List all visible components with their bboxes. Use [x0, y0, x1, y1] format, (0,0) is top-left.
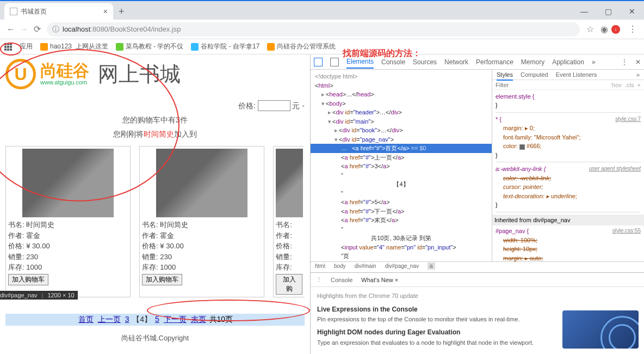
- extension-icon[interactable]: ↓: [611, 25, 626, 34]
- add-cart-button[interactable]: 加入购: [276, 274, 302, 295]
- tab-sources[interactable]: Sources: [413, 58, 437, 66]
- menu-icon[interactable]: ⋮: [626, 24, 640, 34]
- page-footer: 尚硅谷书城.Copyright: [5, 333, 305, 343]
- styles-tab[interactable]: Styles: [497, 71, 513, 81]
- logo-url: www.atguigu.com: [40, 79, 89, 86]
- css-rules[interactable]: element.style { } style.css:7* { margin:…: [492, 90, 644, 261]
- tab-title: 书城首页: [21, 7, 47, 16]
- bookmark-2[interactable]: 菜鸟教程 - 学的不仅: [116, 42, 184, 51]
- window-titlebar: 书城首页 × + — ▢ ✕: [0, 0, 644, 20]
- console-drawer: ⋮ Console What's New × Highlights from t…: [311, 272, 644, 354]
- star-icon[interactable]: ☆: [583, 24, 597, 34]
- drawer-headline: Highlights from the Chrome 70 update: [317, 291, 637, 301]
- book-card: 书名: 时间简史 作者: 霍金 价格: ¥ 30.00 销量: 230 库存: …: [5, 146, 131, 297]
- minimize-button[interactable]: —: [572, 3, 596, 20]
- reload-button[interactable]: ⟳: [30, 24, 44, 34]
- logo-icon: U: [5, 59, 36, 89]
- nav-p3[interactable]: 3: [125, 315, 129, 324]
- back-button[interactable]: ←: [4, 25, 17, 34]
- logo-name: 尚硅谷: [40, 63, 89, 79]
- tab-network[interactable]: Network: [444, 58, 468, 66]
- add-cart-button[interactable]: 加入购物车: [8, 274, 48, 285]
- site-header: U 尚硅谷 www.atguigu.com 网上书城: [5, 59, 305, 89]
- site-title: 网上书城: [98, 60, 181, 88]
- nav-total: 共10页: [209, 315, 233, 324]
- book-card: 书名: 时间简史 作者: 霍金 价格: ¥ 30.00 销量: 230 库存: …: [139, 146, 264, 297]
- dom-breadcrumb[interactable]: html body div#main div#page_nav a: [311, 261, 644, 272]
- tab-console[interactable]: Console: [381, 58, 405, 66]
- add-cart-button[interactable]: 加入购物车: [142, 274, 182, 285]
- devtools-tabs: Elements Console Sources Network Perform…: [311, 54, 644, 70]
- drawer-graphic: [562, 310, 639, 349]
- apps-icon[interactable]: [4, 43, 12, 51]
- close-button[interactable]: ✕: [620, 3, 644, 20]
- info-icon: ⓘ: [52, 25, 59, 34]
- tab-elements[interactable]: Elements: [346, 58, 374, 69]
- apps-label[interactable]: 应用: [20, 42, 33, 51]
- address-bar: ← → ⟳ ⓘ localhost:8080/BookStore04/index…: [0, 20, 644, 39]
- url-input[interactable]: ⓘ localhost:8080/BookStore04/index.jsp: [47, 22, 580, 36]
- inspect-tooltip: div#page_nav|1200 × 10: [0, 291, 78, 300]
- price-min-input[interactable]: [258, 100, 290, 111]
- devtools-close-icon[interactable]: ✕: [635, 58, 641, 66]
- book-list: 书名: 时间简史 作者: 霍金 价格: ¥ 30.00 销量: 230 库存: …: [5, 146, 305, 297]
- nav-p5[interactable]: 5: [155, 315, 159, 324]
- styles-pane: Styles Computed Event Listeners » :hov .…: [492, 70, 644, 261]
- page-nav: 首页 上一页 3 【4】 5 下一页 末页 共10页: [5, 314, 305, 326]
- more-tabs-icon[interactable]: »: [592, 58, 596, 66]
- book-image: [276, 149, 303, 217]
- bookmarks-bar: 应用 hao123_上网从这里 菜鸟教程 - 学的不仅 谷粒学院 - 自学拿17…: [0, 39, 644, 54]
- drawer-menu-icon[interactable]: ⋮: [316, 276, 322, 283]
- price-filter: 价格: 元 -: [5, 100, 305, 111]
- forward-button[interactable]: →: [17, 25, 30, 34]
- selected-dom-node: … <a href="#">首页</a> == $0: [311, 144, 492, 153]
- bookmark-4[interactable]: 尚硅谷办公管理系统: [267, 42, 336, 51]
- nav-home[interactable]: 首页: [78, 315, 94, 324]
- drawer-tab-whatsnew[interactable]: What's New ×: [361, 277, 398, 283]
- bookmark-1[interactable]: hao123_上网从这里: [40, 42, 108, 51]
- cart-info-2: 您刚刚将时间简史加入到: [5, 130, 305, 139]
- listeners-tab[interactable]: Event Listeners: [556, 71, 597, 78]
- browser-tab[interactable]: 书城首页 ×: [4, 3, 113, 20]
- tab-performance[interactable]: Performance: [476, 58, 513, 66]
- devtools-panel: Elements Console Sources Network Perform…: [310, 54, 644, 354]
- nav-next[interactable]: 下一页: [164, 315, 187, 324]
- page-content: U 尚硅谷 www.atguigu.com 网上书城 价格: 元 - 您的购物车…: [0, 54, 310, 354]
- dom-tree[interactable]: <!doctype html> <html> ▸<head>…</head> ▾…: [311, 70, 492, 261]
- profile-icon[interactable]: ◉: [597, 24, 611, 34]
- styles-filter-input[interactable]: [496, 82, 610, 88]
- nav-prev[interactable]: 上一页: [98, 315, 121, 324]
- url-host: localhost: [63, 25, 90, 33]
- devtools-menu-icon[interactable]: ⋮: [621, 58, 628, 66]
- tab-memory[interactable]: Memory: [521, 58, 544, 66]
- book-card: 书名: 作者: 价格: 销量: 库存: 加入购: [273, 146, 305, 297]
- tab-application[interactable]: Application: [552, 58, 584, 66]
- bookmark-3[interactable]: 谷粒学院 - 自学拿17: [191, 42, 259, 51]
- nav-current: 【4】: [132, 315, 152, 324]
- computed-tab[interactable]: Computed: [521, 71, 548, 78]
- maximize-button[interactable]: ▢: [596, 3, 620, 20]
- more-icon[interactable]: »: [636, 71, 640, 78]
- nav-last[interactable]: 末页: [191, 315, 206, 324]
- window-controls: — ▢ ✕: [572, 3, 644, 20]
- book-image: [22, 149, 114, 217]
- book-image: [156, 149, 247, 217]
- inspect-icon[interactable]: [314, 58, 323, 66]
- cart-info-1: 您的购物车中有3件: [5, 115, 305, 125]
- drawer-tab-console[interactable]: Console: [331, 277, 352, 283]
- favicon: [10, 8, 17, 15]
- device-icon[interactable]: [330, 58, 339, 66]
- tab-close-icon[interactable]: ×: [103, 7, 108, 16]
- new-tab-button[interactable]: +: [119, 6, 125, 20]
